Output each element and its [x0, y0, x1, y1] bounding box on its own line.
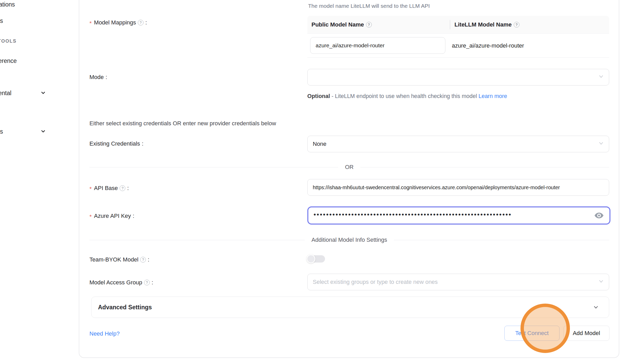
- sidebar-item-experimental[interactable]: ental: [0, 90, 11, 97]
- table-header: Public Model Name ? LiteLLM Model Name ?: [307, 16, 609, 34]
- help-icon[interactable]: ?: [144, 280, 150, 285]
- model-access-group-label: Model Access Group ? :: [89, 279, 153, 286]
- sidebar-item-settings[interactable]: s: [0, 128, 3, 135]
- model-name-hint: The model name LiteLLM will send to the …: [308, 3, 430, 9]
- model-access-group-placeholder: Select existing groups or type to create…: [313, 279, 438, 285]
- help-icon[interactable]: ?: [366, 22, 372, 28]
- table-row: azure_ai/azure-model-router: [307, 34, 609, 58]
- chevron-down-icon: [41, 90, 46, 95]
- model-mappings-label: * Model Mappings ? :: [89, 19, 147, 26]
- eye-icon[interactable]: [594, 212, 604, 219]
- model-mappings-table: Public Model Name ? LiteLLM Model Name ?…: [307, 16, 609, 58]
- help-icon[interactable]: ?: [120, 185, 125, 191]
- column-header-public-model-name: Public Model Name ?: [307, 21, 450, 28]
- chevron-down-icon: [598, 140, 604, 148]
- chevron-down-icon: [598, 73, 604, 81]
- add-model-button[interactable]: Add Model: [563, 326, 609, 341]
- required-mark: *: [89, 186, 92, 192]
- help-icon[interactable]: ?: [140, 257, 146, 263]
- mode-label: Mode:: [89, 74, 107, 81]
- existing-credentials-select[interactable]: None: [307, 136, 609, 152]
- toggle-knob: [307, 254, 315, 263]
- divider-line: [394, 240, 609, 240]
- litellm-model-name-value: azure_ai/azure-model-router: [452, 34, 524, 58]
- divider-line: [89, 167, 338, 167]
- learn-more-link[interactable]: Learn more: [478, 93, 507, 99]
- mode-help-text: Optional - LiteLLM endpoint to use when …: [307, 91, 513, 101]
- sidebar-section-tools: TOOLS: [0, 38, 17, 44]
- api-base-input[interactable]: [313, 179, 604, 195]
- additional-settings-divider: Additional Model Info Settings: [89, 237, 609, 243]
- existing-credentials-value: None: [313, 141, 327, 147]
- add-model-page: ations s TOOLS erence ental s The model …: [0, 0, 644, 360]
- model-access-group-select[interactable]: Select existing groups or type to create…: [307, 274, 609, 290]
- api-base-input-wrap: [307, 179, 609, 196]
- divider-line: [89, 240, 305, 240]
- masked-api-key-value: ••••••••••••••••••••••••••••••••••••••••…: [314, 211, 548, 219]
- chevron-down-icon: [592, 304, 600, 311]
- need-help-link[interactable]: Need Help?: [89, 330, 120, 337]
- required-mark: *: [89, 213, 92, 220]
- test-connect-button[interactable]: Test Connect: [504, 326, 560, 341]
- help-icon[interactable]: ?: [514, 22, 519, 28]
- azure-api-key-input[interactable]: ••••••••••••••••••••••••••••••••••••••••…: [307, 206, 610, 225]
- existing-credentials-label: Existing Credentials:: [89, 140, 144, 147]
- advanced-settings-title: Advanced Settings: [98, 304, 152, 311]
- advanced-settings-panel[interactable]: Advanced Settings: [91, 297, 609, 318]
- azure-api-key-label: * Azure API Key :: [89, 213, 134, 219]
- sidebar-item-inference[interactable]: erence: [0, 57, 17, 64]
- team-byok-toggle[interactable]: [307, 255, 325, 263]
- mode-select[interactable]: [307, 69, 609, 86]
- api-base-label: * API Base ? :: [89, 185, 129, 192]
- public-model-name-input-wrap: [310, 37, 445, 54]
- or-divider: OR: [89, 164, 609, 171]
- column-header-litellm-model-name: LiteLLM Model Name ?: [450, 20, 609, 29]
- credentials-note: Either select existing credentials OR en…: [89, 120, 276, 127]
- chevron-down-icon: [41, 129, 46, 134]
- sidebar-item-organizations[interactable]: ations: [0, 1, 15, 8]
- team-byok-label: Team-BYOK Model ? :: [89, 256, 149, 263]
- public-model-name-input[interactable]: [316, 37, 440, 54]
- help-icon[interactable]: ?: [138, 20, 144, 25]
- divider-line: [360, 167, 609, 167]
- sidebar-item[interactable]: s: [0, 17, 3, 24]
- chevron-down-icon: [598, 278, 604, 286]
- required-mark: *: [89, 20, 92, 27]
